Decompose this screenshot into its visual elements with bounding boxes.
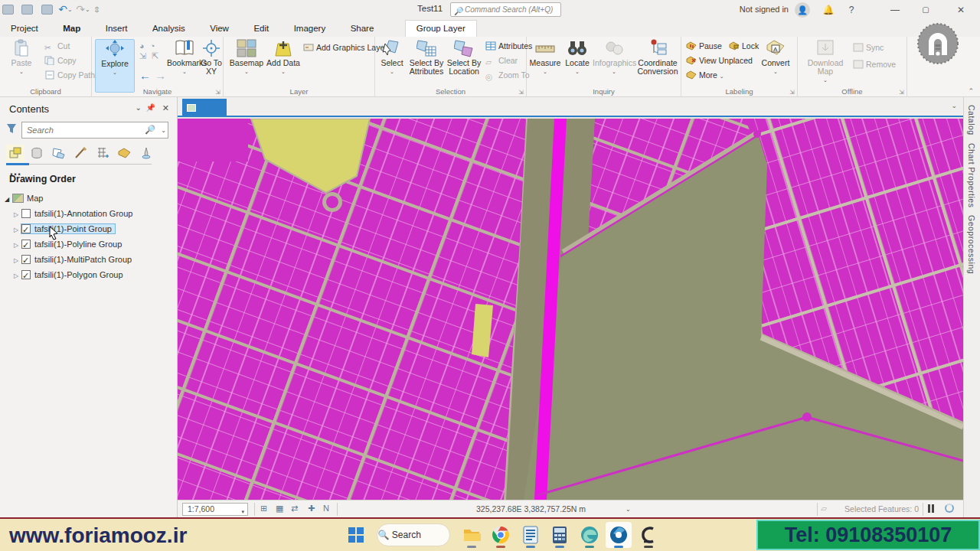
tree-item-multipatch-group[interactable]: ▷tafsili(1)-MultiPatch Group [0, 252, 177, 267]
zoom-tools-grid[interactable]: ◕ ◔⇲ ⇱ [139, 41, 161, 61]
edge-browser-icon[interactable] [577, 522, 603, 548]
search-chevron-icon[interactable]: ⌄ [161, 127, 166, 134]
layer-checkbox[interactable] [21, 224, 31, 233]
scale-select[interactable]: 1:7,600▾ [182, 503, 248, 516]
coordinate-conversion-button[interactable]: Coordinate Conversion [635, 39, 680, 76]
redo-icon[interactable]: ↷ [76, 3, 85, 15]
link-views-icon[interactable]: ⇄ [291, 504, 298, 514]
list-by-snapping-icon[interactable] [93, 145, 112, 161]
panel-close-icon[interactable]: ✕ [162, 103, 169, 113]
selection-dialog-launcher[interactable]: ⇲ [518, 89, 524, 96]
labeling-dialog-launcher[interactable]: ⇲ [789, 89, 795, 96]
expand-icon[interactable]: ▷ [14, 223, 21, 238]
select-by-location-button[interactable]: Select By Location [446, 39, 482, 76]
tab-geoprocessing[interactable]: Geoprocessing [967, 215, 976, 274]
tab-group-layer[interactable]: Group Layer [405, 20, 477, 37]
grid-view-icon[interactable]: ▦ [276, 504, 283, 514]
chrome-icon[interactable] [488, 522, 514, 548]
taskbar-search[interactable]: 🔍 Search [377, 523, 450, 546]
more-labeling-button[interactable]: More ⌄ [686, 70, 724, 81]
map-tab[interactable]: Map✕ [182, 99, 227, 117]
layer-checkbox[interactable] [21, 255, 31, 264]
layer-checkbox[interactable] [21, 270, 31, 279]
notepad-icon[interactable] [518, 522, 544, 548]
panel-menu-chevron-icon[interactable]: ⌄ [136, 103, 142, 112]
window-minimize-button[interactable]: — [884, 0, 906, 20]
navigate-dialog-launcher[interactable]: ⇲ [215, 89, 220, 96]
project-new-icon[interactable] [2, 5, 14, 15]
command-search-input[interactable]: 🔎Command Search (Alt+Q) [450, 2, 561, 17]
sync-button[interactable]: Sync [853, 43, 884, 53]
notifications-icon[interactable]: 🔔 [821, 0, 836, 20]
window-maximize-button[interactable]: ▢ [914, 0, 937, 20]
pause-labeling-button[interactable]: Pause [686, 41, 722, 51]
file-explorer-icon[interactable] [459, 522, 485, 548]
tab-insert[interactable]: Insert [95, 21, 139, 37]
select-by-attributes-button[interactable]: Select By Attributes [407, 39, 446, 76]
expand-icon[interactable]: ◢ [5, 192, 12, 207]
refresh-view-icon[interactable] [945, 504, 954, 513]
view-unplaced-button[interactable]: View Unplaced [686, 56, 753, 66]
undo-chevron-icon[interactable]: ⌄ [67, 6, 73, 13]
select-button[interactable]: Select⌄ [377, 39, 407, 76]
paste-button[interactable]: Paste⌄ [2, 39, 41, 76]
list-by-selection-icon[interactable] [50, 145, 68, 161]
quick-access-customize-icon[interactable]: ⇳ [93, 5, 100, 14]
expand-icon[interactable]: ▷ [14, 207, 21, 223]
cut-button[interactable]: ✂Cut [44, 41, 70, 52]
list-by-drawing-order-icon[interactable] [6, 145, 24, 161]
tree-item-point-group[interactable]: ▷tafsili(1)-Point Group [0, 221, 177, 236]
project-save-icon[interactable] [41, 5, 53, 15]
infographics-button[interactable]: Infographics⌄ [593, 39, 635, 76]
lock-labeling-button[interactable]: Lock [729, 41, 759, 51]
full-extent-icon[interactable]: ✚ [308, 504, 315, 514]
download-map-button[interactable]: Download Map⌄ [804, 39, 847, 84]
expand-icon[interactable]: ▷ [14, 269, 21, 284]
clear-button[interactable]: ▱Clear [485, 56, 518, 67]
map-canvas[interactable] [178, 119, 963, 500]
view-options-chevron-icon[interactable]: ⌄ [951, 102, 957, 109]
tab-share[interactable]: Share [340, 21, 385, 37]
convert-labels-button[interactable]: A Convert⌄ [758, 39, 793, 76]
tree-item-polygon-group[interactable]: ▷tafsili(1)-Polygon Group [0, 267, 177, 282]
undo-icon[interactable]: ↶ [58, 3, 67, 15]
tab-project[interactable]: Project [0, 21, 49, 37]
list-by-editing-icon[interactable] [71, 145, 90, 161]
layer-checkbox[interactable] [21, 240, 31, 249]
avatar[interactable]: 👤 [795, 2, 810, 18]
tab-imagery[interactable]: Imagery [283, 21, 337, 37]
window-close-button[interactable]: ✕ [949, 0, 972, 20]
expand-icon[interactable]: ▷ [14, 238, 21, 253]
pause-drawing-icon[interactable] [928, 504, 936, 514]
panel-pin-icon[interactable]: 📌 [146, 103, 155, 112]
project-open-icon[interactable] [21, 5, 33, 15]
list-by-perspective-icon[interactable] [137, 145, 155, 161]
attributes-button[interactable]: Attributes [485, 41, 532, 51]
tab-chart-properties[interactable]: Chart Properties [967, 143, 976, 207]
windows-start-button[interactable] [343, 522, 369, 548]
north-arrow-icon[interactable]: N [323, 504, 329, 513]
expand-icon[interactable]: ▷ [14, 253, 21, 269]
list-by-data-source-icon[interactable] [28, 145, 46, 161]
tab-catalog[interactable]: Catalog [967, 105, 976, 135]
remove-button[interactable]: Remove [853, 60, 896, 70]
signin-status[interactable]: Not signed in [740, 5, 789, 14]
zoom-to-button[interactable]: ◎Zoom To [485, 70, 530, 81]
previous-extent-icon[interactable]: ← [139, 70, 151, 80]
tab-analysis[interactable]: Analysis [142, 21, 196, 37]
collapse-ribbon-icon[interactable]: ⌃ [968, 87, 974, 95]
offline-dialog-launcher[interactable]: ⇲ [899, 89, 904, 96]
measure-button[interactable]: Measure⌄ [528, 39, 562, 76]
tree-item-polyline-group[interactable]: ▷tafsili(1)-Polyline Group [0, 236, 177, 252]
go-to-xy-button[interactable]: Go To XY [198, 39, 225, 76]
locate-button[interactable]: Locate⌄ [562, 39, 593, 76]
clip-app-icon[interactable] [635, 522, 662, 548]
tab-edit[interactable]: Edit [243, 21, 279, 37]
add-data-button[interactable]: Add Data⌄ [263, 39, 303, 76]
next-extent-icon[interactable]: → [155, 70, 166, 80]
calculator-icon[interactable] [547, 522, 573, 548]
list-by-labeling-icon[interactable] [115, 145, 133, 161]
new-map-view-icon[interactable]: ⊞ [260, 504, 267, 514]
redo-chevron-icon[interactable]: ⌄ [85, 6, 90, 13]
coordinates-chevron-icon[interactable]: ⌄ [626, 506, 631, 513]
